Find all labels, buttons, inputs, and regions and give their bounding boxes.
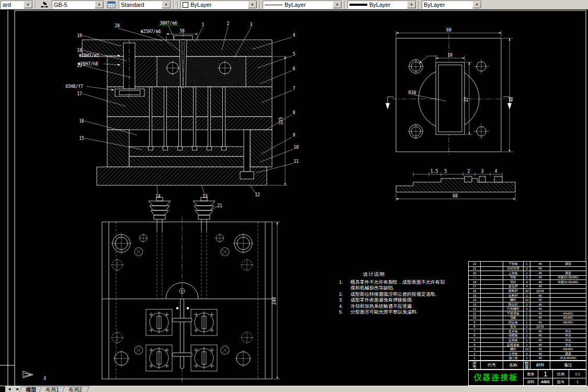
chevron-down-icon[interactable]: ▼: [407, 1, 416, 8]
chevron-down-icon[interactable]: ▼: [24, 1, 32, 8]
part-row-cell: 淬硬50-55HRC: [550, 279, 586, 284]
dim-style-icon-button[interactable]: [38, 1, 51, 9]
cad-label: 10: [447, 53, 453, 58]
cad-label: 14: [155, 194, 161, 199]
part-row-cell: [480, 288, 503, 293]
part-row-cell: 1: [523, 271, 530, 275]
part-row-cell: 45: [530, 329, 550, 333]
cad-label: 9: [293, 133, 296, 138]
toolbar-separator: [177, 1, 178, 9]
plate-top-view: [386, 31, 513, 156]
cad-label: 248: [272, 297, 277, 305]
dim-style-combo[interactable]: GB-5 ▼: [52, 1, 104, 9]
chevron-down-icon[interactable]: ▼: [472, 1, 481, 8]
cad-label: Φ20H7/m5: [79, 53, 99, 58]
part-row-cell: [480, 262, 503, 266]
table-style-combo[interactable]: Standard ▼: [119, 1, 171, 9]
cad-label: 60: [453, 194, 458, 198]
mold-plan-view: [102, 197, 280, 382]
part-row-seq: 16: [469, 288, 480, 293]
part-row-seq: 6: [469, 333, 480, 338]
lineweight-sample-icon: [349, 4, 367, 6]
part-row-cell: 螺钉: [503, 297, 523, 302]
part-row-cell: 1: [523, 355, 530, 360]
part-row-cell: 4: [523, 306, 530, 311]
part-row-cell: [480, 355, 503, 360]
toolbar-separator: [419, 1, 420, 9]
parts-header-cell: 代号: [480, 361, 503, 369]
part-row-cell: 12: [523, 297, 530, 302]
part-row-cell: 2: [523, 324, 530, 329]
part-row-seq: 10: [469, 316, 480, 320]
layout-tab-bar: ◄ ► 模型 布局1 布局2: [0, 386, 588, 392]
material-value: ABS: [538, 378, 552, 385]
cad-label: 1: [202, 23, 205, 27]
part-row-cell: 复位杆: [503, 284, 523, 289]
part-row-cell: [480, 311, 503, 316]
cad-label: 8: [293, 110, 296, 115]
chevron-down-icon[interactable]: ▼: [162, 1, 171, 8]
parts-header-cell: 备注: [550, 361, 586, 369]
chevron-down-icon[interactable]: ▼: [248, 1, 257, 8]
drawing-canvas[interactable]: 1918221716152030H7/m6Φ25H7/m6Φ20H7/m5Φ20…: [0, 9, 588, 386]
part-row-cell: 下模底板: [503, 311, 523, 316]
part-row-cell: [480, 275, 503, 280]
part-row-cell: 淬火: [550, 333, 586, 338]
tab-layout2[interactable]: 布局2: [61, 386, 89, 392]
chevron-down-icon[interactable]: ▼: [333, 1, 342, 8]
cad-label: 2: [468, 169, 470, 174]
cad-label: 30H7/m6: [160, 21, 177, 26]
part-row-cell: [550, 284, 586, 289]
part-row-cell: 上垫板: [503, 271, 523, 275]
tab-nav-prev-icon[interactable]: ◄: [5, 386, 14, 392]
part-row-cell: 调质: [550, 271, 586, 275]
chevron-down-icon[interactable]: ▼: [95, 1, 104, 8]
sheet-no-label: 图号: [552, 378, 569, 385]
part-row-cell: 六角螺钉: [503, 306, 523, 311]
part-row-cell: 45: [530, 271, 550, 275]
material-label: 材料: [523, 378, 538, 385]
cad-label: 3: [250, 23, 253, 27]
table-style-value: Standard: [119, 1, 162, 8]
cad-label: 3: [481, 169, 484, 174]
cad-label: Φ25H7/m6: [141, 29, 161, 34]
linetype-sample-icon: [265, 5, 282, 5]
dim-style-icon: [40, 1, 49, 8]
part-row-cell: 1: [523, 320, 530, 324]
part-row-cell: 2: [523, 302, 530, 307]
cad-label: 4: [495, 169, 497, 174]
part-row-cell: 45: [530, 293, 550, 298]
part-row-cell: 45: [530, 311, 550, 316]
sheet-no-value: 1: [569, 378, 586, 385]
parts-header-cell: 数 量: [523, 361, 530, 369]
color-combo[interactable]: ByLayer ▼: [180, 1, 257, 9]
cad-label: X: [44, 376, 47, 381]
part-row-cell: 垫块: [503, 324, 523, 329]
text-style-combo[interactable]: ard ▼: [1, 1, 33, 9]
cad-label: 225: [279, 117, 284, 125]
cad-label: 7: [293, 86, 296, 91]
cad-label: 5: [293, 52, 296, 57]
cad-label: 1.5: [431, 169, 438, 174]
cad-label: 19: [77, 33, 82, 38]
design-notes-body: 1.模具零件不允许有裂纹，成型表面不允许有划痕和机械损伤等缺陷.2.成型部位转接…: [339, 279, 457, 315]
design-notes-title: 设计说明: [363, 271, 457, 278]
color-value: ByLayer: [190, 2, 211, 8]
part-row-cell: [480, 306, 503, 311]
cad-label: 11: [293, 159, 299, 164]
cad-label: 48: [509, 97, 514, 102]
plot-style-combo[interactable]: ByLayer ▼: [422, 1, 482, 9]
part-row-cell: 1: [523, 316, 530, 320]
cad-label: 5: [445, 169, 447, 174]
linetype-combo[interactable]: ByLayer ▼: [263, 1, 342, 9]
cad-label: 58: [179, 29, 185, 33]
toolbar-separator: [35, 1, 36, 9]
part-row-cell: 定模板: [503, 338, 523, 342]
part-row-cell: [550, 297, 586, 302]
part-row-seq: 15: [469, 293, 480, 298]
table-style-icon-button[interactable]: [105, 1, 118, 9]
part-row-cell: 下垫板: [503, 262, 523, 266]
lineweight-combo[interactable]: ByLayer ▼: [347, 1, 416, 9]
parts-table: 22下垫板145调质21冷却水管24520上垫板145调质19导套445淬硬50…: [468, 261, 586, 361]
part-row-seq: 17: [469, 284, 480, 289]
